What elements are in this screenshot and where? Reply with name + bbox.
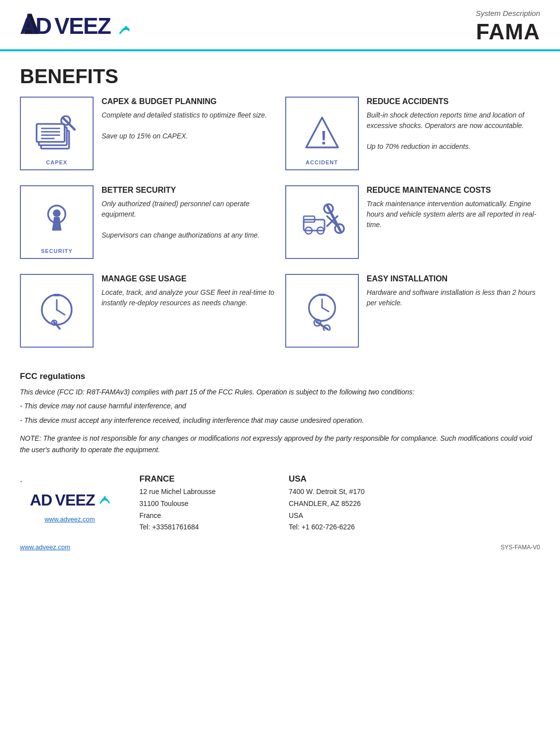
capex-desc: Complete and detailed statistics to opti…	[102, 110, 275, 141]
capex-heading: CAPEX & BUDGET PLANNING	[102, 97, 275, 107]
benefit-item-capex: CAPEX CAPEX & BUDGET PLANNING Complete a…	[15, 97, 280, 170]
gse-icon-box	[20, 274, 94, 348]
benefit-item-maintenance: REDUCE MAINTENANCE COSTS Track maintenan…	[280, 185, 546, 259]
security-desc: Only authorized (trained) personnel can …	[102, 199, 275, 241]
maintenance-text: REDUCE MAINTENANCE COSTS Track maintenan…	[367, 185, 541, 230]
capex-icon-label: CAPEX	[21, 159, 93, 165]
france-address: 12 rue Michel Labrousse31100 ToulouseFra…	[139, 486, 269, 533]
maintenance-icon	[297, 202, 347, 242]
fcc-text-3: - This device must accept any interferen…	[20, 415, 540, 426]
benefit-row-1: CAPEX CAPEX & BUDGET PLANNING Complete a…	[15, 97, 545, 170]
accident-icon-box: ! ACCIDENT	[285, 97, 359, 170]
accident-icon-label: ACCIDENT	[286, 159, 358, 165]
installation-icon-box	[285, 274, 359, 348]
svg-text:AD: AD	[30, 491, 52, 509]
header-right: System Description FAMA	[476, 9, 540, 44]
svg-line-29	[57, 310, 65, 315]
fcc-text-2: - This device may not cause harmful inte…	[20, 400, 540, 411]
fcc-title: FCC regulations	[20, 372, 540, 381]
benefit-item-accident: ! ACCIDENT REDUCE ACCIDENTS Built-in sho…	[280, 97, 546, 170]
benefit-row-2: SECURITY BETTER SECURITY Only authorized…	[15, 185, 545, 259]
security-icon-box: SECURITY	[20, 185, 94, 259]
installation-icon	[300, 291, 344, 331]
footer: . AD VEEZ www.adveez.com FRANCE 12 rue M…	[0, 465, 560, 543]
footer-bottom: www.adveez.com SYS-FAMA-V0	[0, 543, 560, 556]
security-icon-inner	[21, 186, 93, 258]
svg-text:AD: AD	[20, 13, 51, 39]
usa-label: USA	[289, 474, 418, 484]
gse-text: MANAGE GSE USAGE Locate, track, and anal…	[102, 274, 275, 308]
footer-adveez-logo: AD VEEZ	[30, 489, 110, 510]
accident-heading: REDUCE ACCIDENTS	[367, 97, 541, 107]
benefit-row-3: MANAGE GSE USAGE Locate, track, and anal…	[15, 274, 545, 348]
installation-heading: EASY INSTALLATION	[367, 274, 541, 284]
footer-france-col: FRANCE 12 rue Michel Labrousse31100 Toul…	[139, 474, 269, 533]
accident-text: REDUCE ACCIDENTS Built-in shock detectio…	[367, 97, 541, 152]
installation-desc: Hardware and software installation is le…	[367, 287, 541, 308]
maintenance-heading: REDUCE MAINTENANCE COSTS	[367, 185, 541, 196]
fcc-text-1: This device (FCC ID: R8T-FAMAv3) complie…	[20, 386, 540, 397]
footer-bottom-website-link[interactable]: www.adveez.com	[20, 543, 70, 551]
accident-icon-inner: !	[286, 98, 358, 169]
security-heading: BETTER SECURITY	[102, 185, 275, 196]
gse-icon	[34, 291, 79, 331]
system-description-label: System Description	[476, 9, 540, 17]
benefit-item-gse: MANAGE GSE USAGE Locate, track, and anal…	[15, 274, 280, 348]
gse-heading: MANAGE GSE USAGE	[102, 274, 275, 284]
benefit-item-installation: EASY INSTALLATION Hardware and software …	[280, 274, 546, 348]
svg-point-4	[125, 26, 127, 28]
benefits-grid: CAPEX CAPEX & BUDGET PLANNING Complete a…	[0, 97, 560, 348]
svg-point-42	[104, 496, 106, 498]
svg-text:!: !	[321, 127, 327, 148]
svg-point-17	[53, 209, 60, 217]
svg-text:VEEZ: VEEZ	[54, 13, 111, 39]
footer-website-link[interactable]: www.adveez.com	[44, 515, 95, 523]
svg-text:VEEZ: VEEZ	[55, 491, 95, 509]
accident-icon: !	[300, 114, 344, 153]
installation-text: EASY INSTALLATION Hardware and software …	[367, 274, 541, 308]
capex-icon	[34, 114, 79, 153]
security-text: BETTER SECURITY Only authorized (trained…	[102, 185, 275, 241]
adveez-logo: AD VEEZ	[20, 9, 129, 39]
installation-icon-inner	[286, 275, 358, 347]
maintenance-desc: Track maintenance intervention automatic…	[367, 199, 541, 230]
capex-icon-inner	[21, 98, 93, 169]
footer-dot: .	[20, 474, 22, 485]
svg-rect-36	[319, 294, 325, 296]
footer-usa-col: USA 7400 W. Detroit St, #170CHANDLER, AZ…	[289, 474, 418, 533]
france-label: FRANCE	[139, 474, 269, 484]
accident-desc: Built-in shock detection reports time an…	[367, 110, 541, 152]
doc-id: SYS-FAMA-V0	[501, 544, 540, 551]
benefits-heading: BENEFITS	[0, 51, 560, 97]
security-icon	[34, 202, 79, 243]
svg-line-35	[322, 308, 329, 312]
footer-logo-col: . AD VEEZ www.adveez.com	[20, 474, 119, 523]
capex-icon-box: CAPEX	[20, 97, 94, 170]
security-icon-label: SECURITY	[21, 248, 93, 254]
fcc-section: FCC regulations This device (FCC ID: R8T…	[0, 363, 560, 460]
capex-text: CAPEX & BUDGET PLANNING Complete and det…	[102, 97, 275, 141]
document-title: FAMA	[476, 19, 540, 44]
maintenance-icon-box	[285, 185, 359, 259]
fcc-note: NOTE: The grantee is not responsible for…	[20, 433, 540, 455]
svg-rect-32	[54, 294, 60, 296]
usa-address: 7400 W. Detroit St, #170CHANDLER, AZ 852…	[289, 486, 418, 533]
logo-area: AD VEEZ	[20, 9, 129, 39]
gse-desc: Locate, track, and analyze your GSE flee…	[102, 287, 275, 308]
maintenance-icon-inner	[286, 186, 358, 258]
benefit-item-security: SECURITY BETTER SECURITY Only authorized…	[15, 185, 280, 259]
header: AD VEEZ System Description FAMA	[0, 0, 560, 44]
gse-icon-inner	[21, 275, 93, 347]
